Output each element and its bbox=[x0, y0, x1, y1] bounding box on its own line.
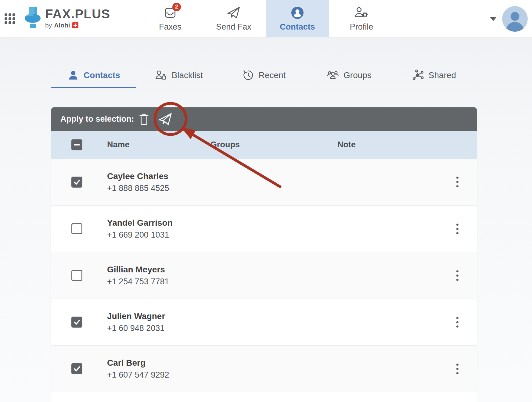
column-header-name: Name bbox=[107, 140, 210, 149]
nav-item-profile[interactable]: Profile bbox=[330, 0, 393, 37]
kebab-icon bbox=[456, 177, 458, 179]
unread-badge: 2 bbox=[172, 3, 181, 11]
row-checkbox[interactable] bbox=[71, 177, 82, 188]
row-checkbox[interactable] bbox=[71, 363, 82, 374]
person-filled-icon bbox=[67, 70, 79, 81]
nav-item-faxes[interactable]: 2 Faxes bbox=[138, 0, 202, 37]
contact-row[interactable]: Julien Wagner +1 60 948 2031 bbox=[51, 299, 477, 345]
contact-row[interactable]: Caylee Charles +1 888 885 4525 bbox=[51, 159, 477, 205]
column-header-groups: Groups bbox=[210, 140, 337, 149]
row-checkbox[interactable] bbox=[71, 223, 82, 234]
people-group-icon bbox=[327, 70, 339, 81]
contacts-page: Contacts Blacklist Recent bbox=[51, 63, 477, 402]
fax-plus-logo-icon bbox=[24, 6, 41, 31]
contact-phone: +1 669 200 1031 bbox=[107, 229, 210, 241]
contact-name: Yandel Garrison bbox=[107, 217, 210, 229]
paper-plane-icon bbox=[158, 112, 172, 126]
brand-byline: byAlohi bbox=[45, 22, 110, 29]
contact-rows: Caylee Charles +1 888 885 4525 Yandel Ga… bbox=[51, 159, 477, 392]
row-checkbox[interactable] bbox=[71, 270, 82, 281]
contact-row[interactable]: Carl Berg +1 607 547 9292 bbox=[51, 345, 477, 392]
tab-recent[interactable]: Recent bbox=[221, 63, 307, 88]
contacts-tab-bar: Contacts Blacklist Recent bbox=[51, 63, 477, 88]
kebab-icon bbox=[456, 270, 458, 272]
toolbar-label: Apply to selection: bbox=[60, 114, 134, 124]
paper-plane-icon bbox=[227, 6, 241, 20]
brand-title: FAX.PLUS bbox=[45, 6, 110, 22]
inbox-icon: 2 bbox=[163, 6, 177, 20]
contact-name: Gillian Meyers bbox=[107, 264, 210, 276]
contact-phone: +1 888 885 4525 bbox=[107, 182, 210, 194]
nav-item-send-fax[interactable]: Send Fax bbox=[202, 0, 265, 37]
swiss-flag-icon bbox=[72, 22, 78, 28]
contact-phone: +1 607 547 9292 bbox=[107, 369, 210, 381]
tab-groups[interactable]: Groups bbox=[307, 63, 392, 88]
kebab-icon bbox=[456, 317, 458, 319]
tab-blacklist[interactable]: Blacklist bbox=[136, 63, 221, 88]
tab-shared[interactable]: Shared bbox=[392, 63, 477, 88]
contact-name: Julien Wagner bbox=[107, 310, 210, 322]
tab-contacts[interactable]: Contacts bbox=[51, 63, 136, 88]
history-clock-icon bbox=[243, 70, 254, 81]
kebab-icon bbox=[456, 364, 458, 366]
contact-row[interactable]: Yandel Garrison +1 669 200 1031 bbox=[51, 205, 477, 252]
share-network-icon bbox=[412, 70, 424, 81]
user-avatar[interactable] bbox=[502, 6, 528, 32]
account-menu-caret-icon[interactable] bbox=[490, 17, 497, 21]
contact-phone: +1 254 753 7781 bbox=[107, 276, 210, 287]
contact-person-icon bbox=[290, 6, 304, 20]
row-more-actions-button[interactable] bbox=[450, 312, 465, 332]
send-fax-to-selection-button[interactable] bbox=[158, 112, 173, 127]
contact-row[interactable]: Gillian Meyers +1 254 753 7781 bbox=[51, 252, 477, 299]
table-header-row: Name Groups Note bbox=[51, 131, 477, 159]
profile-gear-icon bbox=[354, 6, 368, 20]
row-more-actions-button[interactable] bbox=[450, 172, 465, 192]
contact-phone: +1 60 948 2031 bbox=[107, 322, 210, 334]
person-lock-icon bbox=[155, 70, 167, 81]
row-more-actions-button[interactable] bbox=[450, 266, 465, 285]
bulk-action-toolbar: Apply to selection: bbox=[51, 107, 477, 131]
brand-logo[interactable]: FAX.PLUS byAlohi bbox=[24, 6, 110, 31]
row-checkbox[interactable] bbox=[71, 317, 82, 328]
row-more-actions-button[interactable] bbox=[450, 359, 465, 379]
next-row-partial bbox=[51, 392, 477, 402]
contact-name: Caylee Charles bbox=[107, 170, 210, 182]
kebab-icon bbox=[456, 224, 458, 226]
select-all-checkbox[interactable] bbox=[71, 139, 82, 150]
column-header-note: Note bbox=[337, 140, 438, 149]
trash-icon bbox=[138, 113, 150, 126]
nav-item-contacts[interactable]: Contacts bbox=[266, 0, 329, 37]
contact-name: Carl Berg bbox=[107, 357, 210, 369]
top-nav: FAX.PLUS byAlohi 2 Faxes Send Fax bbox=[0, 0, 532, 37]
delete-selection-button[interactable] bbox=[137, 112, 151, 127]
apps-grid-icon[interactable] bbox=[4, 13, 16, 25]
row-more-actions-button[interactable] bbox=[450, 219, 465, 239]
